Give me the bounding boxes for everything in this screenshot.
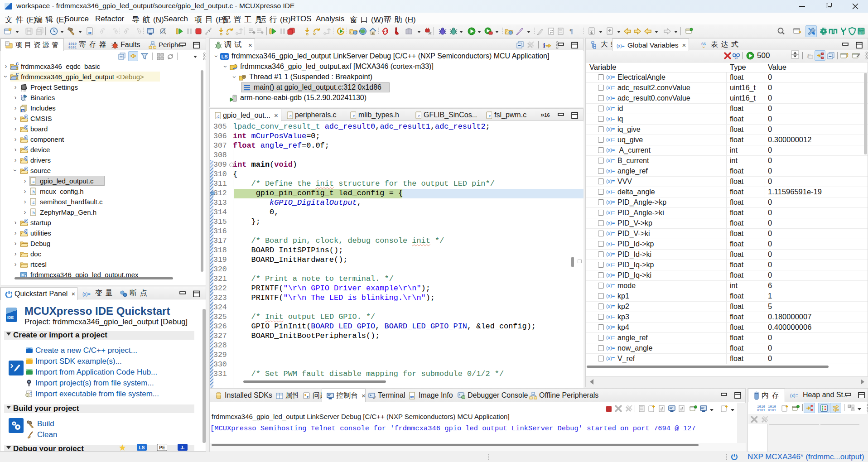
svg-text:¶: ¶ xyxy=(570,28,573,35)
svg-text:c: c xyxy=(25,146,27,150)
svg-text:.h: .h xyxy=(31,190,35,194)
svg-text:.c: .c xyxy=(487,114,491,118)
svg-text:.c: .c xyxy=(288,114,292,118)
svg-text:.c: .c xyxy=(216,114,220,119)
svg-text:c: c xyxy=(25,156,27,161)
svg-text:.c: .c xyxy=(31,200,35,205)
svg-text:.h: .h xyxy=(31,211,35,215)
svg-text:(x)=: (x)= xyxy=(606,106,615,111)
svg-text:(x)=: (x)= xyxy=(606,303,615,309)
svg-text:c: c xyxy=(25,125,27,130)
svg-text:C: C xyxy=(16,62,19,66)
svg-text:(x)=: (x)= xyxy=(617,43,625,48)
svg-text:(x)=: (x)= xyxy=(606,168,615,173)
svg-text:(x)=: (x)= xyxy=(606,85,615,90)
svg-text:(x)=: (x)= xyxy=(606,314,615,319)
svg-text:0101: 0101 xyxy=(858,33,864,36)
svg-text:i: i xyxy=(543,42,545,49)
svg-text:0101: 0101 xyxy=(768,409,776,412)
svg-text:(x)=: (x)= xyxy=(606,283,615,288)
svg-text:(x)=: (x)= xyxy=(606,126,615,132)
svg-text:x=: x= xyxy=(734,57,738,60)
svg-text:c: c xyxy=(25,229,27,234)
svg-text:010: 010 xyxy=(410,396,414,398)
svg-text:C: C xyxy=(16,72,19,77)
svg-text:010: 010 xyxy=(87,32,92,35)
svg-text:0101: 0101 xyxy=(757,409,765,412)
svg-text:c: c xyxy=(25,219,27,223)
svg-text:(x)=: (x)= xyxy=(606,74,615,80)
svg-text:(x)=: (x)= xyxy=(606,272,615,278)
svg-text:c: c xyxy=(25,135,27,140)
svg-text:.c: .c xyxy=(417,114,420,118)
svg-text:J-: J- xyxy=(181,445,185,450)
svg-text:h: h xyxy=(22,108,24,112)
svg-text:c: c xyxy=(25,167,27,171)
svg-text:(x)=: (x)= xyxy=(606,356,615,361)
svg-text:66: 66 xyxy=(701,42,706,46)
svg-text:(x)=: (x)= xyxy=(606,178,615,184)
svg-text:0101: 0101 xyxy=(68,45,77,49)
svg-text:(x)=: (x)= xyxy=(606,241,615,246)
svg-text:(x)=: (x)= xyxy=(606,220,615,226)
svg-text:S: S xyxy=(16,77,19,81)
svg-text:.c: .c xyxy=(352,114,355,118)
svg-text:(x)=: (x)= xyxy=(606,158,615,163)
svg-text:(x)=: (x)= xyxy=(606,147,615,153)
svg-text:(x)=: (x)= xyxy=(606,137,615,142)
svg-text:(x)=: (x)= xyxy=(606,262,615,267)
svg-text:(x)=: (x)= xyxy=(790,393,798,398)
svg-text:1010: 1010 xyxy=(768,405,776,409)
svg-text:(x)=: (x)= xyxy=(606,231,615,236)
svg-text:(x)=: (x)= xyxy=(606,293,615,298)
svg-text:(x)=: (x)= xyxy=(606,189,615,194)
svg-text:1010: 1010 xyxy=(757,405,765,409)
svg-text:(x)=: (x)= xyxy=(606,199,615,205)
svg-text:.c: .c xyxy=(31,179,35,184)
svg-text:(x)=: (x)= xyxy=(606,345,615,351)
svg-text:S: S xyxy=(16,66,19,71)
svg-text:C: C xyxy=(29,391,32,395)
svg-text:(x)=: (x)= xyxy=(606,324,615,330)
svg-text:(x)=: (x)= xyxy=(606,116,615,121)
svg-text:(x)=: (x)= xyxy=(606,335,615,340)
svg-text:(x)=: (x)= xyxy=(82,292,91,297)
svg-text:LS: LS xyxy=(139,445,145,450)
svg-text:(x)=: (x)= xyxy=(606,210,615,215)
svg-text:1010: 1010 xyxy=(68,42,77,45)
svg-text:LS: LS xyxy=(221,54,227,59)
svg-text:PE: PE xyxy=(159,445,165,450)
svg-text:(x)=: (x)= xyxy=(606,95,615,101)
svg-text:(x)=: (x)= xyxy=(606,251,615,257)
svg-text:c: c xyxy=(25,115,27,119)
